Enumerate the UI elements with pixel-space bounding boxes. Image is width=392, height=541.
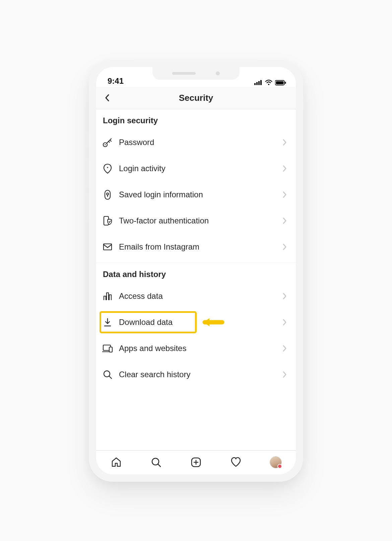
row-saved-login-info[interactable]: Saved login information — [96, 182, 296, 208]
row-label: Apps and websites — [119, 344, 280, 353]
key-icon — [102, 137, 113, 148]
tab-profile[interactable] — [268, 454, 284, 470]
content: Login security Password Login activity S… — [96, 109, 296, 450]
bars-icon — [102, 291, 113, 301]
row-access-data[interactable]: Access data — [96, 283, 296, 309]
row-label: Download data — [119, 318, 280, 327]
signal-icon — [254, 80, 262, 86]
chevron-left-icon — [103, 93, 112, 102]
row-emails-from-instagram[interactable]: Emails from Instagram — [96, 234, 296, 260]
tab-activity[interactable] — [228, 454, 244, 470]
row-clear-search-history[interactable]: Clear search history — [96, 361, 296, 388]
row-label: Saved login information — [119, 190, 280, 199]
chevron-right-icon — [280, 190, 289, 199]
heart-icon — [230, 457, 242, 468]
row-label: Password — [119, 138, 280, 147]
chevron-right-icon — [280, 344, 289, 353]
nav-header: Security — [96, 87, 296, 109]
screen: 9:41 Security Login security Password — [96, 67, 296, 474]
avatar — [270, 457, 281, 468]
row-label: Login activity — [119, 164, 280, 173]
row-download-data[interactable]: Download data — [96, 309, 296, 335]
chevron-right-icon — [280, 164, 289, 173]
row-label: Two-factor authentication — [119, 216, 280, 225]
add-icon — [190, 457, 202, 468]
mail-icon — [102, 242, 113, 252]
row-password[interactable]: Password — [96, 129, 296, 155]
search-icon — [102, 369, 113, 380]
location-icon — [102, 163, 113, 174]
section-header-data-history: Data and history — [96, 263, 296, 283]
keyhole-icon — [102, 189, 113, 200]
row-label: Access data — [119, 291, 280, 301]
wifi-icon — [265, 80, 272, 86]
download-icon — [102, 317, 113, 328]
tab-home[interactable] — [108, 454, 124, 470]
battery-icon — [275, 80, 286, 86]
home-icon — [111, 457, 122, 468]
search-icon — [150, 457, 162, 468]
chevron-right-icon — [280, 370, 289, 379]
tab-search[interactable] — [148, 454, 164, 470]
row-login-activity[interactable]: Login activity — [96, 155, 296, 182]
back-button[interactable] — [100, 90, 115, 105]
tab-bar — [96, 450, 296, 474]
chevron-right-icon — [280, 292, 289, 300]
shield-phone-icon — [102, 215, 113, 226]
chevron-right-icon — [280, 318, 289, 327]
row-two-factor[interactable]: Two-factor authentication — [96, 208, 296, 234]
chevron-right-icon — [280, 216, 289, 225]
status-time: 9:41 — [108, 76, 124, 86]
tab-add[interactable] — [188, 454, 204, 470]
notch — [152, 67, 240, 80]
phone-frame: 9:41 Security Login security Password — [89, 60, 303, 482]
devices-icon — [102, 343, 113, 354]
page-title: Security — [179, 93, 213, 103]
row-label: Emails from Instagram — [119, 242, 280, 252]
chevron-right-icon — [280, 138, 289, 147]
row-apps-and-websites[interactable]: Apps and websites — [96, 335, 296, 361]
row-label: Clear search history — [119, 370, 280, 379]
chevron-right-icon — [280, 243, 289, 251]
section-header-login-security: Login security — [96, 109, 296, 129]
